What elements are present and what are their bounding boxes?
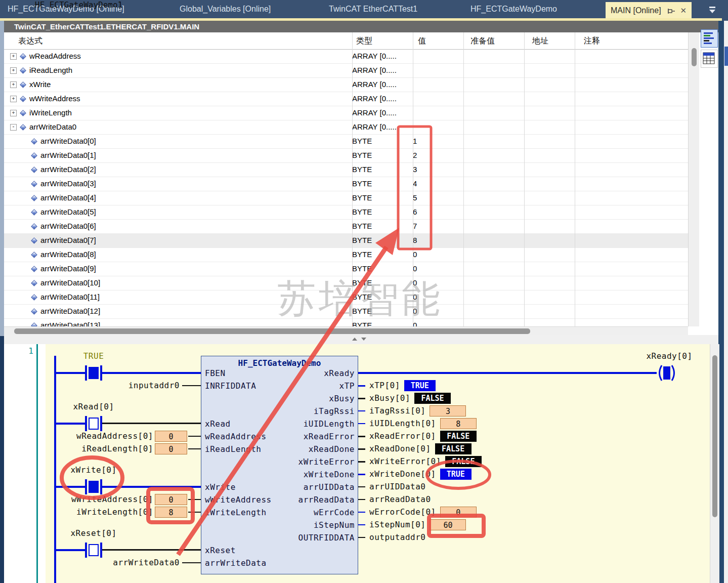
coil-xready[interactable] [656,364,678,382]
grid-icon [701,50,716,66]
value-box-wWriteAddress0[interactable]: 0 [155,494,187,505]
cell-value[interactable]: 3 [413,162,417,177]
cell-value[interactable]: 1 [413,134,417,148]
watch-table-header: 表达式类型值准备值地址注释 [4,32,688,50]
table-vscrollbar[interactable] [688,32,700,326]
table-row[interactable]: +iReadLengthARRAY [0..... [4,63,688,78]
cell-value[interactable]: 7 [413,219,417,233]
table-row[interactable]: arrWriteData0[6]BYTE7 [4,219,688,234]
online-bool-badge[interactable]: FALSE [440,431,477,442]
variable-icon [31,252,37,258]
operand-label: arrWriteData0 [113,557,180,568]
contact-state [89,544,99,556]
table-row[interactable]: arrWriteData0[0]BYTE1 [4,134,688,149]
pin-label-xreaddone: xReadDone [309,444,355,455]
pane-splitter[interactable] [4,335,718,345]
table-hscrollbar-thumb[interactable] [14,328,530,334]
table-row[interactable]: -arrWriteData0ARRAY [0..... [4,120,688,135]
expander-icon[interactable]: + [10,96,17,102]
pin-label-istepnum: iStepNum [314,520,355,531]
table-row[interactable]: +wReadAddressARRAY [0..... [4,49,688,64]
value-box-iReadLength0[interactable]: 0 [155,443,187,454]
table-row[interactable]: arrWriteData0[3]BYTE4 [4,177,688,191]
cell-type: ARRAY [0..... [352,92,397,106]
fb-instance-name: HF_ECTGateWayDemo1 [0,0,157,10]
cell-value[interactable]: 5 [413,191,417,205]
pin-wire [358,423,365,424]
output-row-arrReadData0: arrReadData0 [358,493,431,506]
variable-icon [31,322,37,326]
fbd-vscrollbar-thumb[interactable] [712,355,717,517]
expander-icon[interactable]: + [10,53,17,60]
value-box-wReadAddress0[interactable]: 0 [155,431,187,442]
view-grid-button[interactable] [701,50,718,68]
cell-value[interactable]: 4 [413,177,417,191]
online-value-box[interactable]: 8 [440,418,477,429]
fb-block[interactable]: HF_ECTGateWayDemoFBENINRFIDDATAxReadwRea… [201,356,358,574]
contact-xRead0[interactable] [85,416,102,431]
cell-value[interactable]: 6 [413,205,417,219]
online-value-box[interactable]: 3 [430,405,466,417]
expander-icon[interactable]: + [10,67,17,74]
network-line-number: 1 [28,346,33,356]
output-row-iUIDLength0: iUIDLength[0]8 [358,418,477,430]
table-row[interactable]: arrWriteData0[8]BYTE0 [4,247,688,262]
table-row[interactable]: arrWriteData0[4]BYTE5 [4,191,688,205]
contact-xReset0[interactable] [85,543,102,558]
fbd-vscrollbar[interactable] [710,344,719,583]
table-vscrollbar-thumb[interactable] [692,48,697,66]
table-row[interactable]: +wWriteAddressARRAY [0..... [4,92,688,106]
column-separator [524,32,525,326]
cell-value[interactable]: 2 [413,148,417,162]
cell-value[interactable]: 0 [413,247,417,262]
online-bool-badge[interactable]: FALSE [435,443,472,454]
cell-value[interactable]: 8 [413,233,417,247]
coil-label: xReady[0] [641,351,697,362]
operand-label: wWriteAddress[0] [71,494,153,505]
output-row-xWriteDone0: xWriteDone[0]TRUE [358,468,472,480]
expander-icon[interactable]: - [10,124,17,131]
output-row-xReadDone0: xReadDone[0]FALSE [358,443,472,455]
cell-expression: arrWriteData0[4] [40,191,96,205]
expander-icon[interactable]: + [10,81,17,88]
table-row[interactable]: +iWriteLengthARRAY [0..... [4,106,688,120]
operand-label: xReadDone[0] [369,443,431,454]
online-bool-badge[interactable]: FALSE [414,393,451,404]
pin-wire [358,436,365,437]
table-row[interactable]: arrWriteData0[7]BYTE8 [4,233,688,248]
column-header-3[interactable]: 值 [418,32,426,49]
variable-icon [20,124,26,131]
column-header-4[interactable]: 准备值 [470,32,495,49]
online-value-box[interactable]: 60 [430,519,466,530]
cell-type: BYTE [352,233,372,247]
table-row[interactable]: arrWriteData0[5]BYTE6 [4,205,688,220]
table-row[interactable]: +xWriteARRAY [0..... [4,77,688,92]
contact-TRUE[interactable] [85,365,102,381]
column-header-5[interactable]: 地址 [532,32,548,49]
cell-type: BYTE [352,219,372,233]
online-bool-badge[interactable]: TRUE [440,469,472,480]
pin-wire [188,436,201,437]
variable-icon [31,152,37,159]
table-hscrollbar[interactable] [4,326,688,336]
pin-label-werrcode: wErrCode [314,507,355,518]
view-sorted-list-button[interactable] [701,29,718,48]
table-row[interactable]: arrWriteData0[2]BYTE3 [4,162,688,177]
online-bool-badge[interactable]: TRUE [404,380,436,391]
expander-icon[interactable]: + [10,110,17,116]
value-box-iWriteLength0[interactable]: 8 [155,507,187,518]
column-header-2[interactable]: 类型 [356,32,372,49]
pin-label-fben: FBEN [205,368,226,379]
table-row[interactable]: arrWriteData0[1]BYTE2 [4,148,688,163]
output-row-wErrorCode0: wErrorCode[0]0 [358,506,477,518]
contact-xWrite0[interactable] [85,479,102,494]
cell-expression: iWriteLength [29,106,72,120]
online-bool-badge[interactable]: FALSE [445,456,482,467]
column-header-6[interactable]: 注释 [584,32,600,49]
online-value-box[interactable]: 0 [440,507,477,518]
variable-icon [20,53,26,60]
column-header-1[interactable]: 表达式 [18,32,42,49]
pin-label-xreaderror: xReadError [304,431,355,442]
cell-expression: arrWriteData0[8] [40,247,96,262]
right-pane-sliver [724,21,728,583]
